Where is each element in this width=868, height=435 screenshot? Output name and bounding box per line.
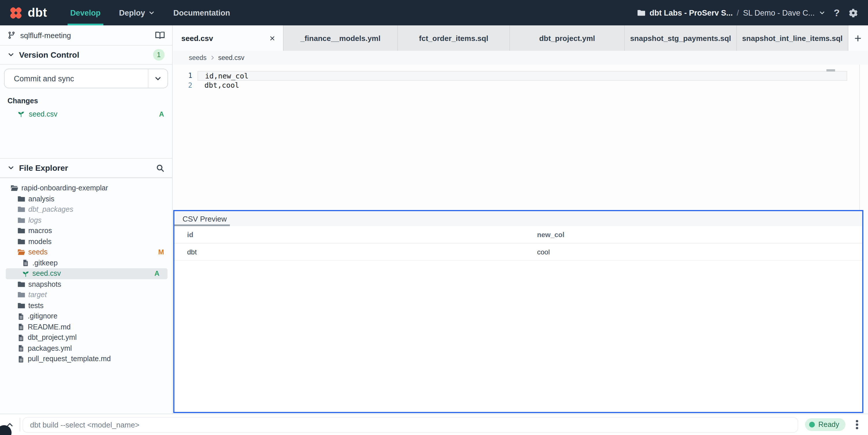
tree-item-label: README.md (28, 323, 71, 331)
tree-item-seeds[interactable]: seeds M (0, 247, 172, 258)
tree-item-pull-request-template[interactable]: pull_request_template.md (0, 354, 172, 364)
code-editor[interactable]: 1 id,new_col 2 dbt,cool (173, 65, 868, 210)
version-control-header[interactable]: Version Control 1 (0, 45, 172, 65)
tree-item-analysis[interactable]: analysis (0, 194, 172, 204)
commit-split-button: Commit and sync (4, 69, 168, 88)
csv-cell: cool (524, 248, 550, 256)
tab-dbt-project-yml[interactable]: dbt_project.yml (510, 25, 625, 51)
tree-item-label: analysis (28, 195, 54, 203)
branch-selector[interactable]: sqlfluff-meeting (0, 25, 172, 45)
changed-file-name: seed.csv (29, 110, 58, 118)
kebab-menu-button[interactable] (851, 420, 863, 429)
tab-label: seed.csv (181, 34, 213, 42)
folder-icon (17, 195, 25, 203)
chevron-down-icon (148, 9, 155, 16)
settings-button[interactable] (848, 8, 858, 18)
tree-item-label: seed.csv (32, 270, 61, 278)
tree-item-readme[interactable]: README.md (0, 322, 172, 332)
csv-cell: dbt (175, 248, 524, 256)
changed-file-row[interactable]: seed.csv A (0, 108, 172, 120)
csv-column-header-new-col: new_col (524, 231, 564, 239)
dbt-logo-text: dbt (28, 6, 47, 20)
tree-item-seed-csv[interactable]: seed.csv A (6, 268, 167, 279)
line-text: dbt,cool (197, 81, 239, 90)
tree-item-snapshots[interactable]: snapshots (0, 279, 172, 290)
gear-icon (848, 8, 858, 18)
new-tab-button[interactable] (848, 25, 867, 51)
editor-tab-bar: seed.csv _finance__models.yml fct_order_… (173, 25, 868, 51)
tree-item-label: macros (28, 227, 52, 235)
git-branch-icon (7, 31, 16, 39)
search-icon (156, 164, 164, 172)
dbt-logo[interactable]: dbt (0, 5, 53, 21)
minimap-mark (827, 69, 835, 71)
version-control-title: Version Control (19, 50, 79, 59)
nav-deploy[interactable]: Deploy (110, 0, 164, 25)
csv-header-row: id new_col (175, 226, 862, 243)
close-icon (269, 35, 276, 41)
tree-item-logs[interactable]: logs (0, 215, 172, 226)
tree-item-label: seeds (28, 248, 48, 257)
csv-preview-tab-label: CSV Preview (183, 214, 227, 223)
file-explorer-header[interactable]: File Explorer (0, 158, 172, 178)
top-navigation-bar: dbt Develop Deploy Documentation dbt Lab… (0, 0, 868, 25)
chevron-down-icon (154, 75, 162, 82)
file-search-button[interactable] (156, 164, 164, 172)
csv-preview-tab[interactable]: CSV Preview (175, 211, 235, 226)
command-bar: Ready (0, 414, 868, 435)
tree-item-dbt-project-yml[interactable]: dbt_project.yml (0, 332, 172, 343)
main-nav: Develop Deploy Documentation (61, 0, 239, 25)
folder-icon (17, 206, 25, 214)
tree-item-models[interactable]: models (0, 236, 172, 247)
tree-item-dbt-packages[interactable]: dbt_packages (0, 204, 172, 215)
breadcrumb-part: seed.csv (218, 54, 244, 61)
docs-book-button[interactable] (155, 31, 164, 40)
commit-area: Commit and sync (0, 65, 172, 92)
folder-icon (17, 227, 25, 235)
tree-item-label: snapshots (28, 280, 61, 289)
tab-fct-order-items-sql[interactable]: fct_order_items.sql (398, 25, 510, 51)
tree-item-gitignore[interactable]: .gitignore (0, 311, 172, 322)
nav-documentation-label: Documentation (173, 8, 230, 17)
dbt-cloud-ide: dbt Develop Deploy Documentation dbt Lab… (0, 0, 868, 435)
tab-finance-models-yml[interactable]: _finance__models.yml (284, 25, 398, 51)
help-button[interactable]: ? (834, 8, 840, 18)
changes-count-badge: 1 (153, 49, 164, 61)
breadcrumb-separator: / (737, 8, 739, 17)
tree-item-packages-yml[interactable]: packages.yml (0, 343, 172, 354)
tree-item-rapid-onboarding-exemplar[interactable]: rapid-onboarding-exemplar (0, 183, 172, 194)
file-tree: rapid-onboarding-exemplar analysis dbt_p… (0, 178, 172, 414)
changes-label: Changes (0, 97, 172, 108)
tree-item-label: dbt_packages (28, 206, 73, 214)
changes-section: Changes seed.csv A (0, 92, 172, 158)
file-explorer-title: File Explorer (19, 163, 68, 172)
tree-item-macros[interactable]: macros (0, 226, 172, 236)
seedling-icon (17, 110, 25, 118)
nav-develop-label: Develop (70, 8, 100, 17)
csv-data-row: dbt cool (175, 243, 862, 261)
tab-label: dbt_project.yml (539, 34, 595, 42)
account-label: dbt Labs - ProServ S... (650, 8, 733, 17)
tree-item-gitkeep[interactable]: .gitkeep (0, 258, 172, 268)
git-status-added: A (154, 270, 159, 278)
tree-item-label: rapid-onboarding-exemplar (21, 184, 108, 192)
branch-name: sqlfluff-meeting (20, 31, 71, 39)
tree-item-label: models (28, 238, 52, 246)
folder-icon (17, 291, 25, 299)
tab-label: snapshot_stg_payments.sql (630, 34, 731, 42)
commit-options-button[interactable] (148, 69, 167, 88)
nav-documentation[interactable]: Documentation (164, 0, 239, 25)
tree-item-target[interactable]: target (0, 290, 172, 300)
tab-seed-csv[interactable]: seed.csv (173, 25, 284, 51)
git-status-added: A (159, 110, 164, 118)
csv-preview-panel: CSV Preview id new_col dbt cool (173, 210, 863, 413)
tab-snapshot-stg-payments-sql[interactable]: snapshot_stg_payments.sql (625, 25, 737, 51)
commit-and-sync-button[interactable]: Commit and sync (5, 69, 148, 88)
close-tab-button[interactable] (269, 35, 276, 41)
account-project-selector[interactable]: dbt Labs - ProServ S... / SL Demo - Dave… (637, 8, 825, 17)
file-icon (17, 345, 25, 352)
tree-item-tests[interactable]: tests (0, 300, 172, 311)
command-input[interactable] (23, 417, 798, 432)
nav-develop[interactable]: Develop (61, 0, 110, 25)
tab-snapshot-int-line-items-sql[interactable]: snapshot_int_line_items.sql (737, 25, 848, 51)
